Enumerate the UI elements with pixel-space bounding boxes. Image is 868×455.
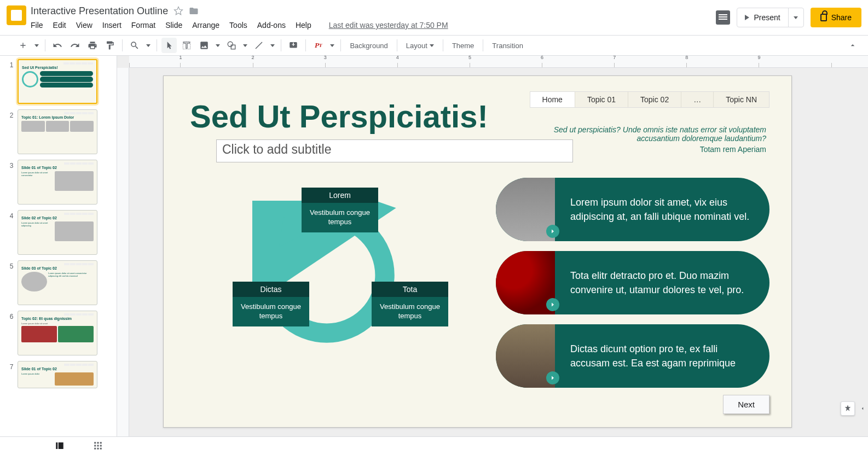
chevron-right-icon[interactable] bbox=[546, 298, 559, 311]
line-tool[interactable] bbox=[251, 38, 267, 53]
cycle-box-dictas[interactable]: DictasVestibulum congue tempus bbox=[233, 282, 309, 326]
paint-format-button[interactable] bbox=[102, 38, 118, 53]
last-edit-link[interactable]: Last edit was yesterday at 7:50 PM bbox=[329, 21, 448, 30]
menu-edit[interactable]: Edit bbox=[53, 21, 66, 30]
cycle-box-tota[interactable]: TotaVestibulum congue tempus bbox=[372, 282, 448, 326]
horizontal-ruler[interactable]: 123456789 bbox=[129, 56, 868, 68]
svg-rect-9 bbox=[59, 442, 63, 449]
slide-thumb-6[interactable]: Topic 02: Et quas dignissim Lorem ipsum … bbox=[18, 311, 97, 355]
doc-title[interactable]: Interactive Presentation Outline bbox=[31, 5, 168, 17]
filmstrip-view-icon[interactable] bbox=[55, 441, 66, 452]
menu-insert[interactable]: Insert bbox=[102, 21, 121, 30]
cycle-diagram[interactable]: LoremVestibulum congue tempus DictasVest… bbox=[233, 185, 468, 404]
background-button[interactable]: Background bbox=[345, 38, 392, 53]
cycle-box-lorem[interactable]: LoremVestibulum congue tempus bbox=[302, 188, 378, 232]
select-tool[interactable] bbox=[161, 38, 177, 53]
present-dropdown[interactable] bbox=[788, 8, 803, 27]
svg-rect-13 bbox=[94, 445, 96, 446]
layout-button[interactable]: Layout bbox=[402, 38, 438, 53]
svg-line-3 bbox=[256, 42, 262, 49]
side-panel-toggle[interactable] bbox=[858, 401, 867, 416]
present-button[interactable]: Present bbox=[737, 8, 803, 27]
svg-rect-18 bbox=[100, 447, 102, 449]
open-comment-history-icon[interactable] bbox=[716, 10, 730, 25]
slide-thumb-7[interactable]: Slide 01 of Topic 02 Lorem ipsum dolor bbox=[18, 361, 97, 388]
hide-menus-button[interactable] bbox=[845, 38, 860, 53]
chevron-right-icon[interactable] bbox=[546, 225, 559, 238]
comment-button[interactable]: + bbox=[286, 38, 301, 53]
thumb-number: 7 bbox=[5, 361, 18, 388]
nav-home[interactable]: Home bbox=[530, 92, 575, 107]
nav-topic-nn[interactable]: Topic NN bbox=[713, 92, 769, 107]
new-slide-button[interactable] bbox=[15, 38, 31, 53]
menu-arrange[interactable]: Arrange bbox=[192, 21, 219, 30]
svg-text:+: + bbox=[292, 41, 295, 48]
zoom-dropdown[interactable] bbox=[144, 38, 152, 53]
textbox-tool[interactable] bbox=[179, 38, 194, 53]
svg-rect-11 bbox=[97, 442, 99, 444]
nav-topic-01[interactable]: Topic 01 bbox=[575, 92, 628, 107]
print-button[interactable] bbox=[85, 38, 100, 53]
menu-help[interactable]: Help bbox=[296, 21, 311, 30]
nav-more[interactable]: … bbox=[681, 92, 713, 107]
menu-addons[interactable]: Add-ons bbox=[257, 21, 286, 30]
slides-logo[interactable] bbox=[7, 5, 26, 25]
pill-item-2[interactable]: Tota elitr detracto pro et. Duo mazim co… bbox=[496, 251, 769, 314]
script-dropdown[interactable] bbox=[328, 38, 336, 53]
slide-thumbnails[interactable]: 1 Sed Ut Perspiciatis! 2 Topic 01: Lorem… bbox=[0, 56, 117, 436]
share-label: Share bbox=[831, 13, 852, 22]
shape-dropdown[interactable] bbox=[241, 38, 249, 53]
menu-slide[interactable]: Slide bbox=[165, 21, 182, 30]
next-button[interactable]: Next bbox=[723, 395, 769, 414]
slide-thumb-5[interactable]: Slide 03 of Topic 02 Lorem ipsum dolor s… bbox=[18, 260, 97, 305]
share-button[interactable]: Share bbox=[811, 8, 861, 27]
canvas-area[interactable]: 123456789 Home Topic 01 Topic 02 … Topic… bbox=[117, 56, 868, 436]
subtitle-placeholder[interactable]: Click to add subtitle bbox=[216, 139, 573, 162]
menu-view[interactable]: View bbox=[76, 21, 92, 30]
theme-button[interactable]: Theme bbox=[448, 38, 478, 53]
shape-tool[interactable] bbox=[224, 38, 239, 53]
line-dropdown[interactable] bbox=[269, 38, 276, 53]
move-folder-icon[interactable] bbox=[189, 6, 199, 16]
slide-title[interactable]: Sed Ut Perspiciatis! bbox=[190, 98, 488, 135]
menubar: File Edit View Insert Format Slide Arran… bbox=[31, 18, 716, 30]
zoom-button[interactable] bbox=[127, 38, 142, 53]
tagline-line3: Totam rem Aperiam bbox=[553, 145, 766, 154]
svg-rect-12 bbox=[100, 442, 102, 444]
slide-navbar: Home Topic 01 Topic 02 … Topic NN bbox=[530, 91, 769, 108]
slide-tagline[interactable]: Sed ut perspiciatis? Unde omnis iste nat… bbox=[553, 125, 766, 154]
undo-button[interactable] bbox=[50, 38, 65, 53]
menu-format[interactable]: Format bbox=[131, 21, 155, 30]
star-icon[interactable] bbox=[173, 6, 183, 16]
chevron-right-icon[interactable] bbox=[546, 371, 559, 384]
slide-thumb-3[interactable]: Slide 01 of Topic 02 Lorem ipsum dolor s… bbox=[18, 160, 97, 205]
image-tool[interactable] bbox=[196, 38, 212, 53]
svg-point-1 bbox=[228, 42, 233, 46]
menu-tools[interactable]: Tools bbox=[229, 21, 247, 30]
script-editor-button[interactable]: PY bbox=[310, 38, 326, 53]
image-dropdown[interactable] bbox=[214, 38, 222, 53]
explore-button[interactable] bbox=[841, 401, 855, 416]
thumb-number: 2 bbox=[5, 109, 18, 154]
slide-canvas[interactable]: Home Topic 01 Topic 02 … Topic NN Sed Ut… bbox=[163, 75, 792, 428]
nav-topic-02[interactable]: Topic 02 bbox=[628, 92, 681, 107]
menu-file[interactable]: File bbox=[31, 21, 43, 30]
slide-thumb-1[interactable]: Sed Ut Perspiciatis! bbox=[18, 59, 97, 104]
slide-thumb-4[interactable]: Slide 02 of Topic 02 Lorem ipsum dolor s… bbox=[18, 210, 97, 255]
svg-rect-2 bbox=[231, 45, 235, 49]
footer bbox=[0, 436, 868, 455]
grid-view-icon[interactable] bbox=[93, 441, 104, 452]
new-slide-dropdown[interactable] bbox=[33, 38, 40, 53]
pill-item-3[interactable]: Dictas dicunt option pro te, ex falli ac… bbox=[496, 324, 769, 388]
thumb-number: 3 bbox=[5, 160, 18, 205]
pill-text: Tota elitr detracto pro et. Duo mazim co… bbox=[555, 251, 769, 314]
vertical-ruler[interactable] bbox=[117, 68, 129, 436]
pill-text: Dictas dicunt option pro te, ex falli ac… bbox=[555, 324, 769, 388]
thumb-number: 5 bbox=[5, 260, 18, 305]
pill-list: Lorem ipsum dolor sit amet, vix eius adi… bbox=[496, 178, 769, 398]
pill-item-1[interactable]: Lorem ipsum dolor sit amet, vix eius adi… bbox=[496, 178, 769, 241]
present-icon bbox=[745, 15, 749, 20]
transition-button[interactable]: Transition bbox=[488, 38, 528, 53]
slide-thumb-2[interactable]: Topic 01: Lorem Ipsum Dolor bbox=[18, 109, 97, 154]
redo-button[interactable] bbox=[67, 38, 83, 53]
